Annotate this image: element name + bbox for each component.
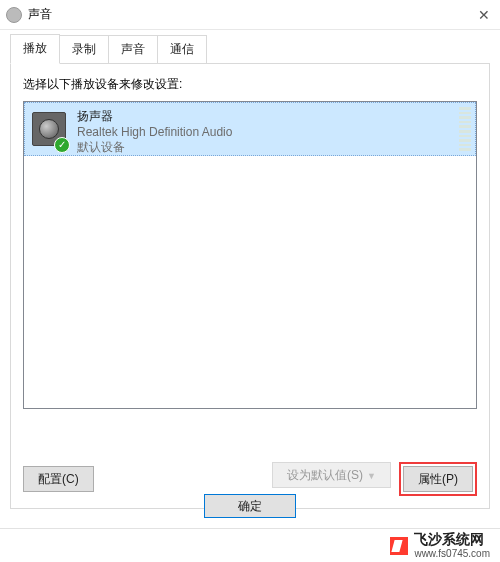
watermark: 飞沙系统网 www.fs0745.com [0, 528, 500, 562]
device-name: 扬声器 [77, 108, 454, 125]
device-list[interactable]: ✓ 扬声器 Realtek High Definition Audio 默认设备 [23, 101, 477, 409]
watermark-name: 飞沙系统网 [414, 532, 490, 547]
tab-communications[interactable]: 通信 [157, 35, 207, 64]
tab-recording[interactable]: 录制 [59, 35, 109, 64]
ok-button[interactable]: 确定 [204, 494, 296, 518]
device-icon-wrap: ✓ [25, 103, 73, 155]
watermark-logo-icon [390, 537, 408, 555]
window-title: 声音 [28, 6, 454, 23]
tab-sounds[interactable]: 声音 [108, 35, 158, 64]
watermark-text: 飞沙系统网 www.fs0745.com [414, 532, 490, 558]
device-row[interactable]: ✓ 扬声器 Realtek High Definition Audio 默认设备 [24, 102, 476, 156]
set-default-button: 设为默认值(S)▼ [272, 462, 391, 488]
tab-playback[interactable]: 播放 [10, 34, 60, 64]
close-button[interactable]: ✕ [454, 7, 494, 23]
device-driver: Realtek High Definition Audio [77, 125, 454, 139]
sound-app-icon [6, 7, 22, 23]
default-check-icon: ✓ [54, 137, 70, 153]
instruction-text: 选择以下播放设备来修改设置: [23, 76, 477, 93]
titlebar: 声音 ✕ [0, 0, 500, 30]
tab-strip: 播放 录制 声音 通信 [10, 34, 500, 63]
device-text: 扬声器 Realtek High Definition Audio 默认设备 [73, 103, 458, 155]
volume-meter [458, 106, 472, 152]
dialog-bottom-row: 确定 [0, 486, 500, 526]
device-status: 默认设备 [77, 139, 454, 156]
tab-panel-playback: 选择以下播放设备来修改设置: ✓ 扬声器 Realtek High Defini… [10, 63, 490, 509]
set-default-label: 设为默认值(S) [287, 468, 363, 482]
chevron-down-icon: ▼ [367, 471, 376, 481]
watermark-url: www.fs0745.com [414, 548, 490, 559]
